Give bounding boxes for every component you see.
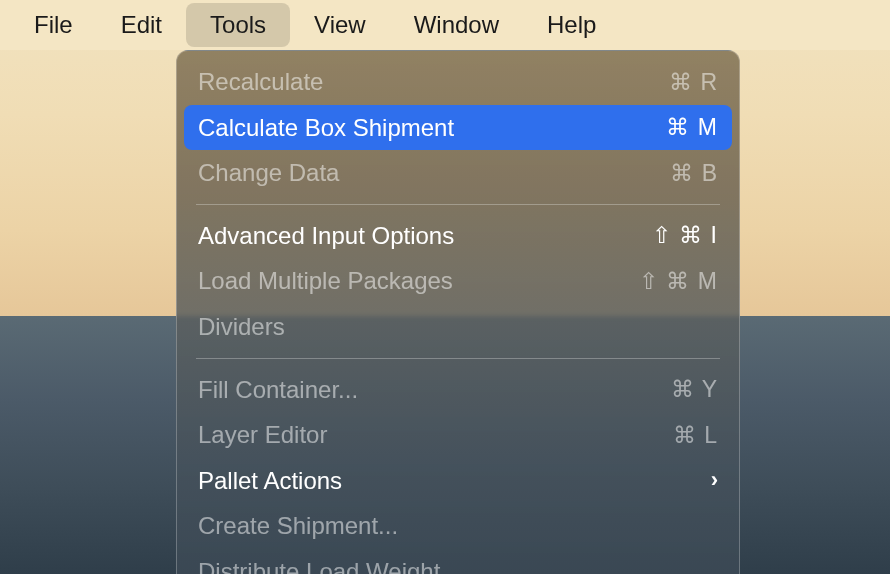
menu-item-pallet-actions[interactable]: Pallet Actions › — [184, 458, 732, 504]
menu-item-label: Recalculate — [198, 65, 669, 99]
menu-separator — [196, 358, 720, 359]
menu-item-load-multiple-packages[interactable]: Load Multiple Packages ⇧ ⌘ M — [184, 258, 732, 304]
menu-item-calculate-box-shipment[interactable]: Calculate Box Shipment ⌘ M — [184, 105, 732, 151]
menu-item-layer-editor[interactable]: Layer Editor ⌘ L — [184, 412, 732, 458]
menubar-item-view[interactable]: View — [290, 3, 390, 48]
menu-item-label: Distribute Load Weight — [198, 555, 718, 574]
menu-item-advanced-input-options[interactable]: Advanced Input Options ⇧ ⌘ I — [184, 213, 732, 259]
menu-item-fill-container[interactable]: Fill Container... ⌘ Y — [184, 367, 732, 413]
menu-item-distribute-load-weight[interactable]: Distribute Load Weight — [184, 549, 732, 574]
menu-item-dividers[interactable]: Dividers — [184, 304, 732, 350]
menu-item-label: Layer Editor — [198, 418, 673, 452]
menubar-item-tools[interactable]: Tools — [186, 3, 290, 48]
menu-item-label: Create Shipment... — [198, 509, 718, 543]
menu-item-shortcut: ⇧ ⌘ M — [639, 265, 718, 297]
menu-item-change-data[interactable]: Change Data ⌘ B — [184, 150, 732, 196]
menubar-item-file[interactable]: File — [10, 3, 97, 48]
menubar-item-window[interactable]: Window — [390, 3, 523, 48]
menu-item-shortcut: ⇧ ⌘ I — [652, 219, 718, 251]
menu-item-label: Calculate Box Shipment — [198, 111, 666, 145]
menu-item-shortcut: ⌘ R — [669, 66, 718, 98]
menu-item-label: Load Multiple Packages — [198, 264, 639, 298]
menu-item-recalculate[interactable]: Recalculate ⌘ R — [184, 59, 732, 105]
menu-item-label: Dividers — [198, 310, 718, 344]
menubar-item-help[interactable]: Help — [523, 3, 620, 48]
menu-item-shortcut: ⌘ Y — [671, 373, 718, 405]
menu-item-create-shipment[interactable]: Create Shipment... — [184, 503, 732, 549]
menu-item-label: Advanced Input Options — [198, 219, 652, 253]
menu-separator — [196, 204, 720, 205]
menu-item-label: Change Data — [198, 156, 670, 190]
menu-item-label: Fill Container... — [198, 373, 671, 407]
menu-item-shortcut: ⌘ L — [673, 419, 718, 451]
menu-item-label: Pallet Actions — [198, 464, 711, 498]
menubar-item-edit[interactable]: Edit — [97, 3, 186, 48]
menubar: File Edit Tools View Window Help — [0, 0, 890, 50]
chevron-right-icon: › — [711, 465, 718, 496]
menu-item-shortcut: ⌘ B — [670, 157, 718, 189]
menu-item-shortcut: ⌘ M — [666, 111, 718, 143]
tools-dropdown: Recalculate ⌘ R Calculate Box Shipment ⌘… — [176, 50, 740, 574]
